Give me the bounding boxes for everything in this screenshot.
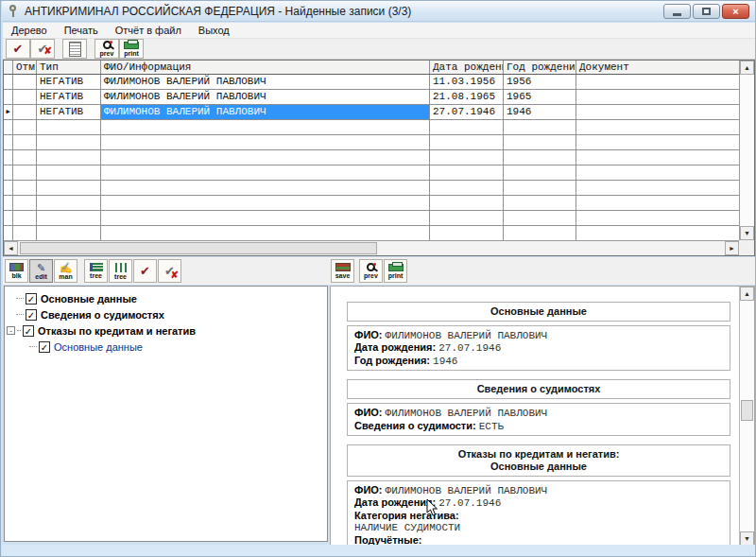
minimize-button[interactable] [663, 4, 691, 19]
horizontal-scroll-thumb[interactable] [20, 242, 377, 254]
scroll-left-button[interactable]: ◄ [4, 241, 18, 255]
edit-button[interactable]: ✎ edit [29, 259, 53, 283]
scroll-down-icon: ▼ [744, 535, 750, 542]
sections-tree-panel: ✓ Основные данные ✓ Сведения о судимостя… [4, 286, 328, 542]
blk-button[interactable]: blk [5, 259, 28, 283]
grid-header-indicator [4, 61, 13, 74]
detail-line: ФИО: ФИЛИМОНОВ ВАЛЕРИЙ ПАВЛОВИЧ [354, 329, 723, 341]
tree-item-credit-refusals[interactable]: - ✓ Отказы по кредитам и негатив [5, 323, 327, 338]
grid-header-type: Тип [37, 61, 101, 74]
table-row-empty[interactable] [4, 135, 739, 150]
scroll-up-icon: ▲ [744, 290, 750, 297]
maximize-button[interactable] [693, 4, 720, 19]
table-row-empty[interactable] [4, 196, 739, 211]
print-button-2[interactable]: print [384, 259, 407, 283]
table-row-empty[interactable] [4, 211, 739, 226]
tree-vertical-icon [115, 263, 127, 272]
detail-line: Дата рождения: 27.07.1946 [354, 496, 723, 509]
selected-cell[interactable]: ФИЛИМОНОВ ВАЛЕРИЙ ПАВЛОВИЧ [101, 105, 430, 119]
scroll-right-button[interactable]: ► [725, 241, 739, 255]
menu-bar: Дерево Печать Отчёт в файл Выход [3, 23, 755, 39]
tree-vertical-button[interactable]: tree [109, 259, 132, 283]
man-button[interactable]: ✍ man [54, 259, 77, 283]
scroll-up-button[interactable]: ▲ [740, 287, 754, 301]
mark-record-button[interactable]: ✔ [6, 39, 30, 59]
grid-horizontal-scrollbar[interactable]: ◄ ► [4, 240, 754, 255]
mark-record-button-2[interactable]: ✔ [133, 259, 157, 283]
check-edit-icon: ✔ [140, 265, 150, 277]
row-pointer-icon: ▶ [4, 105, 13, 119]
menu-exit[interactable]: Выход [190, 24, 238, 37]
grid-header-fio: ФИО/Информация [101, 61, 430, 74]
save-button[interactable]: save [331, 259, 354, 283]
man-hand-icon: ✍ [60, 263, 73, 273]
window-title: АНТИКРИМИНАЛ РОССИЙСКАЯ ФЕДЕРАЦИЯ - Найд… [25, 5, 411, 18]
table-row[interactable]: НЕГАТИВ ФИЛИМОНОВ ВАЛЕРИЙ ПАВЛОВИЧ 21.08… [4, 90, 739, 105]
checkbox[interactable]: ✓ [39, 341, 50, 353]
scroll-up-button[interactable]: ▲ [740, 61, 754, 75]
red-cross-icon: ✘ [44, 46, 52, 56]
print-icon [124, 42, 139, 49]
collapse-icon[interactable]: - [7, 326, 15, 335]
menu-report-to-file[interactable]: Отчёт в файл [107, 24, 190, 37]
unmark-record-button[interactable]: ✔ ✘ [30, 39, 55, 59]
red-cross-icon: ✘ [171, 270, 179, 280]
grid-header-document: Документ [576, 61, 739, 74]
grid-header-birth-date: Дата рождения [430, 61, 504, 74]
window-frame-bottom [2, 545, 755, 556]
table-row-selected[interactable]: ▶ НЕГАТИВ ФИЛИМОНОВ ВАЛЕРИЙ ПАВЛОВИЧ 27.… [4, 105, 739, 120]
scroll-right-icon: ► [729, 245, 735, 252]
section-body-credit-refusals: ФИО: ФИЛИМОНОВ ВАЛЕРИЙ ПАВЛОВИЧ Дата рож… [347, 480, 730, 547]
detail-line: Год рождения: 1946 [354, 355, 723, 367]
tree-item-main-data-child[interactable]: ✓ Основные данные [5, 339, 327, 354]
grid-vertical-scrollbar[interactable]: ▲ ▼ [739, 61, 754, 240]
grid-header-row: Отм. Тип ФИО/Информация Дата рождения Го… [4, 61, 739, 75]
print-icon [388, 264, 404, 271]
menu-tree[interactable]: Дерево [3, 24, 56, 37]
tree-horizontal-icon [90, 263, 103, 271]
table-row-empty[interactable] [4, 150, 739, 165]
table-row-empty[interactable] [4, 181, 739, 196]
section-title-main-data: Основные данные [347, 302, 730, 322]
unmark-record-button-2[interactable]: ✔ ✘ [158, 259, 181, 283]
table-row[interactable]: НЕГАТИВ ФИЛИМОНОВ ВАЛЕРИЙ ПАВЛОВИЧ 11.03… [4, 75, 739, 90]
checkbox[interactable]: ✓ [26, 293, 37, 305]
detail-line: Категория негатива: [354, 510, 723, 521]
report-button[interactable] [62, 39, 87, 59]
scroll-up-icon: ▲ [744, 64, 750, 71]
details-scroll-thumb[interactable] [741, 400, 753, 421]
menu-print[interactable]: Печать [56, 24, 107, 37]
detail-line: Дата рождения: 27.07.1946 [354, 341, 723, 354]
checkbox[interactable]: ✓ [23, 325, 34, 337]
tree-item-main-data[interactable]: ✓ Основные данные [5, 291, 327, 305]
toolbar-bottom: blk ✎ edit ✍ man tree tree ✔ ✔ ✘ save [3, 257, 755, 285]
print-preview-icon [103, 41, 112, 49]
section-body-convictions: ФИО: ФИЛИМОНОВ ВАЛЕРИЙ ПАВЛОВИЧ Сведения… [347, 403, 730, 436]
tree-item-convictions[interactable]: ✓ Сведения о судимостях [5, 307, 327, 322]
checkbox[interactable]: ✓ [26, 309, 37, 321]
edit-pencil-icon: ✎ [37, 263, 45, 273]
minimize-icon [673, 13, 681, 16]
table-row-empty[interactable] [4, 226, 739, 240]
close-button[interactable]: × [722, 4, 749, 19]
scroll-down-button[interactable]: ▼ [740, 226, 754, 240]
report-document-icon [69, 42, 81, 57]
check-edit-icon: ✔ [13, 43, 24, 55]
scrollbar-corner [739, 240, 754, 255]
detail-line: ФИО: ФИЛИМОНОВ ВАЛЕРИЙ ПАВЛОВИЧ [354, 407, 723, 419]
print-preview-button[interactable]: prev [94, 39, 119, 59]
section-body-main-data: ФИО: ФИЛИМОНОВ ВАЛЕРИЙ ПАВЛОВИЧ Дата рож… [347, 325, 730, 371]
section-title-convictions: Сведения о судимостях [347, 379, 730, 399]
save-icon [335, 263, 351, 271]
title-bar: АНТИКРИМИНАЛ РОССИЙСКАЯ ФЕДЕРАЦИЯ - Найд… [2, 1, 755, 22]
details-vertical-scrollbar[interactable]: ▲ ▼ [739, 287, 754, 546]
toolbar-top: ✔ ✔ ✘ prev print [3, 39, 755, 60]
scroll-down-button[interactable]: ▼ [740, 531, 754, 546]
table-row-empty[interactable] [4, 165, 739, 181]
print-preview-button-2[interactable]: prev [359, 259, 383, 283]
tree-horizontal-button[interactable]: tree [84, 259, 108, 283]
print-button[interactable]: print [119, 39, 144, 59]
table-row-empty[interactable] [4, 120, 739, 135]
app-window: АНТИКРИМИНАЛ РОССИЙСКАЯ ФЕДЕРАЦИЯ - Найд… [0, 0, 756, 557]
section-title-credit-refusals: Отказы по кредитам и негатив: Основные д… [347, 444, 730, 477]
